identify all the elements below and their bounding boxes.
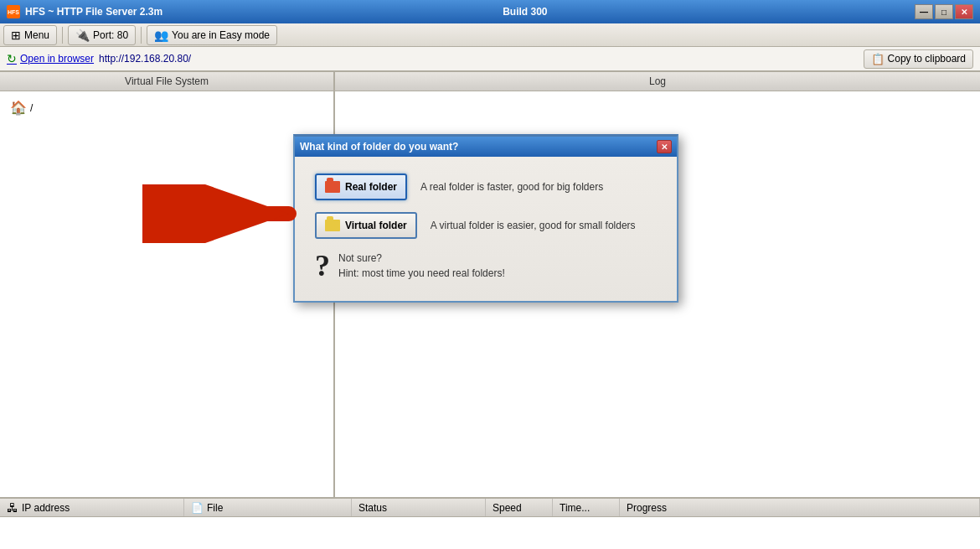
menu-grid-icon: ⊞: [11, 28, 21, 42]
col-header-status: Status: [352, 499, 486, 516]
port-button[interactable]: 🔌 Port: 80: [68, 25, 136, 45]
table-header: 🖧 IP address 📄 File Status Speed Time...…: [0, 499, 980, 517]
question-mark-icon: ?: [315, 251, 330, 281]
title-bar: HFS HFS ~ HTTP File Server 2.3m Build 30…: [0, 0, 980, 23]
url-display: http://192.168.20.80/: [99, 53, 191, 65]
real-folder-icon-wrap: [325, 180, 340, 194]
port-icon: 🔌: [75, 28, 90, 42]
users-icon: 👥: [154, 28, 168, 42]
dialog-title-bar: What kind of folder do you want? ✕: [295, 137, 677, 157]
menu-bar: ⊞ Menu 🔌 Port: 80 👥 You are in Easy mode: [0, 23, 980, 47]
connections-table: 🖧 IP address 📄 File Status Speed Time...…: [0, 497, 980, 549]
virtual-folder-icon: [325, 220, 340, 231]
real-folder-desc: A real folder is faster, good for big fo…: [420, 181, 603, 193]
folder-type-dialog[interactable]: What kind of folder do you want? ✕ Real …: [293, 134, 678, 303]
dialog-close-button[interactable]: ✕: [657, 140, 672, 153]
virtual-folder-desc: A virtual folder is easier, good for sma…: [431, 220, 636, 231]
clipboard-icon: 📋: [871, 53, 885, 65]
hint-text: Not sure? Hint: most time you need real …: [338, 251, 505, 281]
virtual-folder-button[interactable]: Virtual folder: [315, 212, 417, 239]
file-tree[interactable]: 🏠 /: [0, 91, 333, 497]
file-icon: 📄: [191, 502, 204, 514]
virtual-folder-row: Virtual folder A virtual folder is easie…: [315, 212, 657, 239]
hint-line2: Hint: most time you need real folders!: [338, 266, 505, 281]
title-bar-left: HFS HFS ~ HTTP File Server 2.3m Build 30…: [7, 5, 548, 18]
tree-root-item[interactable]: 🏠 /: [7, 98, 327, 117]
virtual-folder-icon-wrap: [325, 219, 340, 232]
virtual-folder-label: Virtual folder: [345, 220, 407, 231]
mode-label: You are in Easy mode: [172, 29, 270, 41]
port-label: Port: 80: [93, 29, 128, 41]
address-bar-left: ↻ Open in browser http://192.168.20.80/: [7, 52, 864, 65]
menu-separator-2: [141, 27, 142, 44]
network-icon: 🖧: [7, 501, 18, 515]
real-folder-row: Real folder A real folder is faster, goo…: [315, 174, 657, 200]
menu-separator-1: [62, 27, 63, 44]
window-controls: — □ ✕: [915, 4, 973, 19]
maximize-button[interactable]: □: [935, 4, 953, 19]
menu-button[interactable]: ⊞ Menu: [3, 25, 57, 45]
app-title: HFS ~ HTTP File Server 2.3m: [25, 6, 162, 18]
col-header-ip: 🖧 IP address: [0, 499, 184, 516]
col-header-file: 📄 File: [184, 499, 352, 516]
app-icon: HFS: [7, 5, 20, 18]
mode-button[interactable]: 👥 You are in Easy mode: [147, 25, 277, 45]
clipboard-label: Copy to clipboard: [888, 53, 966, 65]
dialog-content: Real folder A real folder is faster, goo…: [295, 157, 677, 301]
refresh-icon: ↻: [7, 52, 17, 65]
col-header-time: Time...: [553, 499, 620, 516]
open-in-browser-button[interactable]: ↻ Open in browser: [7, 52, 94, 65]
address-bar: ↻ Open in browser http://192.168.20.80/ …: [0, 47, 980, 72]
home-icon: 🏠: [10, 100, 27, 116]
build-info: Build 300: [503, 6, 547, 18]
menu-label: Menu: [24, 29, 49, 41]
real-folder-icon: [325, 181, 340, 193]
col-header-progress: Progress: [620, 499, 980, 516]
close-window-button[interactable]: ✕: [955, 4, 973, 19]
real-folder-button[interactable]: Real folder: [315, 174, 407, 200]
root-path: /: [30, 102, 33, 114]
real-folder-label: Real folder: [345, 181, 397, 193]
minimize-button[interactable]: —: [915, 4, 933, 19]
open-browser-label: Open in browser: [20, 53, 94, 65]
left-panel: Virtual File System 🏠 /: [0, 72, 335, 497]
dialog-title: What kind of folder do you want?: [300, 141, 458, 153]
vfs-header: Virtual File System: [0, 72, 333, 91]
log-header: Log: [335, 72, 980, 91]
copy-clipboard-button[interactable]: 📋 Copy to clipboard: [864, 49, 973, 69]
dialog-hint: ? Not sure? Hint: most time you need rea…: [315, 251, 657, 281]
col-header-speed: Speed: [486, 499, 553, 516]
hint-line1: Not sure?: [338, 251, 505, 266]
